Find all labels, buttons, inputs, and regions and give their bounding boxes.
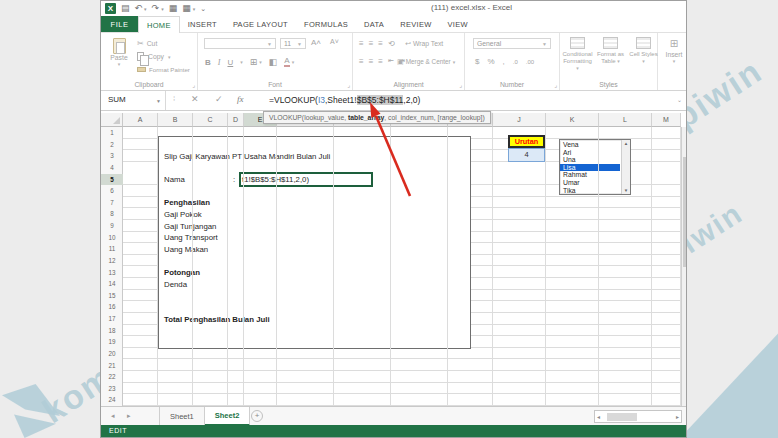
- tab-file[interactable]: FILE: [101, 16, 138, 32]
- wrap-text-button[interactable]: ↩ Wrap Text: [405, 39, 443, 48]
- row-header-3[interactable]: 3: [101, 150, 123, 162]
- row-header-8[interactable]: 8: [101, 208, 123, 220]
- percent-button[interactable]: %: [487, 57, 494, 66]
- underline-caret-icon[interactable]: ▾: [240, 59, 243, 65]
- save-icon[interactable]: ▤: [121, 2, 130, 15]
- select-all-corner[interactable]: [101, 113, 123, 127]
- tab-review[interactable]: REVIEW: [392, 16, 439, 32]
- align-right-icon[interactable]: ≡: [378, 57, 383, 66]
- format-painter-button[interactable]: Format Painter: [137, 66, 190, 73]
- column-header-A[interactable]: A: [123, 113, 158, 127]
- cell-styles-button[interactable]: Cell Styles ▾: [628, 37, 659, 72]
- sheet-nav-right-icon[interactable]: ▸: [127, 412, 131, 420]
- italic-button[interactable]: I: [218, 58, 221, 67]
- listbox-item-rahmat[interactable]: Rahmat: [560, 171, 620, 179]
- decrease-indent-icon[interactable]: ⇤: [388, 57, 394, 66]
- align-top-icon[interactable]: ≡: [359, 39, 364, 48]
- scroll-down-icon[interactable]: ▼: [622, 188, 630, 193]
- column-header-D[interactable]: D: [228, 113, 244, 127]
- font-dialog-launcher-icon[interactable]: ⌟: [347, 81, 350, 88]
- clipboard-dialog-launcher-icon[interactable]: ⌟: [192, 81, 195, 88]
- row-header-6[interactable]: 6: [101, 185, 123, 197]
- align-bottom-icon[interactable]: ≡: [378, 39, 383, 48]
- font-name-combo[interactable]: ▼: [204, 38, 276, 49]
- row-header-14[interactable]: 14: [101, 278, 123, 290]
- insert-function-button[interactable]: fx: [237, 94, 244, 104]
- underline-button[interactable]: U: [227, 58, 233, 67]
- urutan-value-cell[interactable]: 4: [508, 148, 545, 162]
- row-header-18[interactable]: 18: [101, 325, 123, 337]
- merge-center-button[interactable]: ▣ Merge & Center ▾: [397, 57, 455, 66]
- font-size-combo[interactable]: 11▼: [280, 38, 306, 49]
- name-box-caret-icon[interactable]: ▼: [156, 98, 161, 104]
- format-table-caret-icon[interactable]: ▾: [193, 6, 196, 12]
- tab-home[interactable]: HOME: [138, 16, 180, 33]
- tab-insert[interactable]: INSERT: [180, 16, 225, 32]
- row-header-21[interactable]: 21: [101, 360, 123, 372]
- row-header-20[interactable]: 20: [101, 348, 123, 360]
- row-header-19[interactable]: 19: [101, 336, 123, 348]
- listbox-item-ari[interactable]: Ari: [560, 149, 620, 157]
- horizontal-scrollbar-thumb[interactable]: [607, 413, 637, 421]
- row-header-4[interactable]: 4: [101, 162, 123, 174]
- hscroll-left-icon[interactable]: ◂: [597, 413, 600, 420]
- row-header-5[interactable]: 5: [101, 174, 123, 186]
- conditional-formatting-button[interactable]: Conditional Formatting ▾: [562, 37, 593, 72]
- row-header-15[interactable]: 15: [101, 290, 123, 302]
- worksheet-grid[interactable]: ABCDEFGHIJKLM 12345678910111213141516171…: [101, 113, 686, 406]
- orientation-icon[interactable]: ⟲: [388, 39, 395, 48]
- fill-color-button[interactable]: ◧: [269, 57, 278, 67]
- align-middle-icon[interactable]: ≡: [369, 39, 374, 48]
- row-header-2[interactable]: 2: [101, 139, 123, 151]
- format-table-icon[interactable]: ▦: [182, 2, 191, 15]
- borders-caret-icon[interactable]: ▾: [259, 59, 262, 65]
- table-icon[interactable]: ▦: [169, 2, 178, 15]
- scroll-up-icon[interactable]: ▲: [622, 141, 630, 146]
- tab-formulas[interactable]: FORMULAS: [296, 16, 356, 32]
- number-format-combo[interactable]: General▼: [473, 38, 551, 49]
- bold-button[interactable]: B: [205, 58, 211, 67]
- row-header-22[interactable]: 22: [101, 371, 123, 383]
- redo-icon[interactable]: ↷: [152, 2, 160, 15]
- decrease-decimal-button[interactable]: .00: [526, 59, 534, 65]
- tab-page-layout[interactable]: PAGE LAYOUT: [225, 16, 296, 32]
- row-header-12[interactable]: 12: [101, 255, 123, 267]
- font-color-button[interactable]: A: [284, 57, 289, 67]
- listbox-item-vena[interactable]: Vena: [560, 141, 620, 149]
- row-header-23[interactable]: 23: [101, 383, 123, 395]
- enter-button[interactable]: ✓: [215, 94, 223, 104]
- horizontal-scrollbar[interactable]: ◂ ▸: [594, 410, 682, 423]
- shrink-font-button[interactable]: A˅: [330, 38, 339, 45]
- currency-button[interactable]: $: [475, 57, 479, 66]
- listbox-item-una[interactable]: Una: [560, 156, 620, 164]
- listbox-scrollbar[interactable]: ▲ ▼: [621, 140, 630, 194]
- row-header-17[interactable]: 17: [101, 313, 123, 325]
- tab-view[interactable]: VIEW: [440, 16, 476, 32]
- undo-caret-icon[interactable]: ▾: [144, 6, 147, 12]
- comma-button[interactable]: ,: [503, 57, 505, 66]
- listbox-item-tika[interactable]: Tika: [560, 187, 620, 195]
- urutan-header-cell[interactable]: Urutan: [508, 135, 545, 148]
- number-dialog-launcher-icon[interactable]: ⌟: [554, 81, 557, 88]
- listbox-item-umar[interactable]: Umar: [560, 179, 620, 187]
- increase-decimal-button[interactable]: .0: [513, 59, 518, 65]
- align-center-icon[interactable]: ≡: [369, 57, 374, 66]
- insert-cells-button[interactable]: ⊞ Insert ▾: [663, 39, 685, 64]
- names-listbox[interactable]: VenaAriUnaLisaRahmatUmarTika ▲ ▼: [559, 139, 631, 195]
- row-header-16[interactable]: 16: [101, 301, 123, 313]
- column-header-K[interactable]: K: [546, 113, 599, 127]
- column-header-M[interactable]: M: [652, 113, 681, 127]
- column-header-B[interactable]: B: [158, 113, 193, 127]
- listbox-item-lisa[interactable]: Lisa: [560, 164, 620, 172]
- row-header-11[interactable]: 11: [101, 243, 123, 255]
- font-color-caret-icon[interactable]: ▾: [292, 59, 295, 65]
- sheet-tab-sheet2[interactable]: Sheet2: [205, 407, 251, 426]
- row-header-24[interactable]: 24: [101, 394, 123, 406]
- row-header-10[interactable]: 10: [101, 232, 123, 244]
- name-box[interactable]: SUM ▼: [101, 91, 166, 110]
- redo-caret-icon[interactable]: ▾: [161, 6, 164, 12]
- align-left-icon[interactable]: ≡: [359, 57, 364, 66]
- tab-data[interactable]: DATA: [356, 16, 392, 32]
- copy-button[interactable]: Copy ▾: [137, 52, 170, 61]
- row-header-1[interactable]: 1: [101, 127, 123, 139]
